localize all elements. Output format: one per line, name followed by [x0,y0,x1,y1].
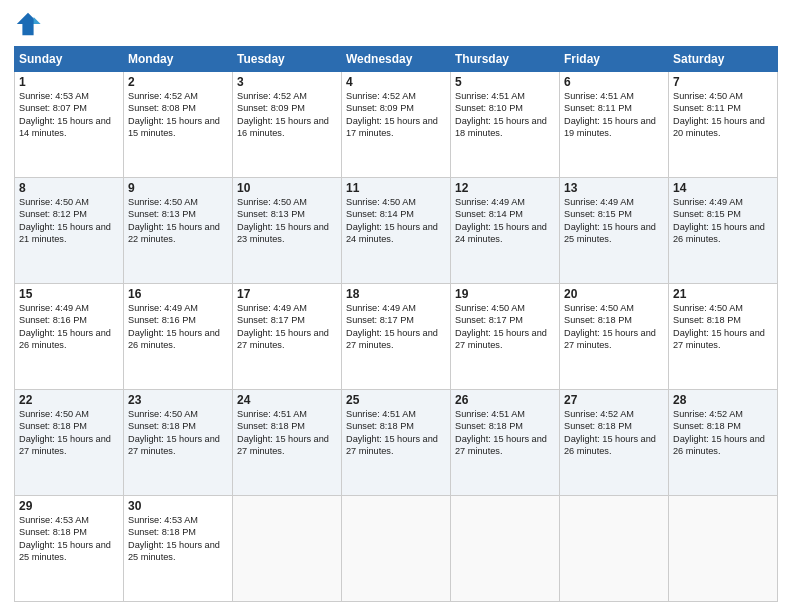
calendar-cell: 23Sunrise: 4:50 AMSunset: 8:18 PMDayligh… [124,390,233,496]
day-number: 13 [564,181,664,195]
day-number: 20 [564,287,664,301]
calendar-week-row: 29Sunrise: 4:53 AMSunset: 8:18 PMDayligh… [15,496,778,602]
calendar-cell: 6Sunrise: 4:51 AMSunset: 8:11 PMDaylight… [560,72,669,178]
calendar-cell: 7Sunrise: 4:50 AMSunset: 8:11 PMDaylight… [669,72,778,178]
calendar-cell [233,496,342,602]
cell-info: Sunrise: 4:53 AMSunset: 8:07 PMDaylight:… [19,91,111,138]
cell-info: Sunrise: 4:51 AMSunset: 8:18 PMDaylight:… [455,409,547,456]
calendar-cell: 24Sunrise: 4:51 AMSunset: 8:18 PMDayligh… [233,390,342,496]
calendar-cell: 30Sunrise: 4:53 AMSunset: 8:18 PMDayligh… [124,496,233,602]
calendar-cell: 20Sunrise: 4:50 AMSunset: 8:18 PMDayligh… [560,284,669,390]
cell-info: Sunrise: 4:49 AMSunset: 8:17 PMDaylight:… [237,303,329,350]
svg-marker-1 [34,17,41,24]
calendar-body: 1Sunrise: 4:53 AMSunset: 8:07 PMDaylight… [15,72,778,602]
calendar-cell [451,496,560,602]
cell-info: Sunrise: 4:49 AMSunset: 8:16 PMDaylight:… [128,303,220,350]
day-number: 23 [128,393,228,407]
calendar-cell: 5Sunrise: 4:51 AMSunset: 8:10 PMDaylight… [451,72,560,178]
cell-info: Sunrise: 4:50 AMSunset: 8:18 PMDaylight:… [128,409,220,456]
cell-info: Sunrise: 4:49 AMSunset: 8:15 PMDaylight:… [673,197,765,244]
day-number: 25 [346,393,446,407]
calendar-cell: 21Sunrise: 4:50 AMSunset: 8:18 PMDayligh… [669,284,778,390]
cell-info: Sunrise: 4:51 AMSunset: 8:10 PMDaylight:… [455,91,547,138]
calendar-cell: 4Sunrise: 4:52 AMSunset: 8:09 PMDaylight… [342,72,451,178]
day-number: 7 [673,75,773,89]
day-number: 12 [455,181,555,195]
day-number: 1 [19,75,119,89]
calendar-cell: 14Sunrise: 4:49 AMSunset: 8:15 PMDayligh… [669,178,778,284]
day-number: 29 [19,499,119,513]
day-number: 17 [237,287,337,301]
cell-info: Sunrise: 4:52 AMSunset: 8:18 PMDaylight:… [673,409,765,456]
calendar-week-row: 8Sunrise: 4:50 AMSunset: 8:12 PMDaylight… [15,178,778,284]
day-number: 8 [19,181,119,195]
calendar-cell: 1Sunrise: 4:53 AMSunset: 8:07 PMDaylight… [15,72,124,178]
day-number: 24 [237,393,337,407]
cell-info: Sunrise: 4:50 AMSunset: 8:13 PMDaylight:… [128,197,220,244]
calendar-cell: 15Sunrise: 4:49 AMSunset: 8:16 PMDayligh… [15,284,124,390]
cell-info: Sunrise: 4:53 AMSunset: 8:18 PMDaylight:… [19,515,111,562]
calendar-day-header: Saturday [669,47,778,72]
calendar-cell: 25Sunrise: 4:51 AMSunset: 8:18 PMDayligh… [342,390,451,496]
cell-info: Sunrise: 4:51 AMSunset: 8:18 PMDaylight:… [346,409,438,456]
day-number: 19 [455,287,555,301]
cell-info: Sunrise: 4:50 AMSunset: 8:14 PMDaylight:… [346,197,438,244]
calendar-cell: 8Sunrise: 4:50 AMSunset: 8:12 PMDaylight… [15,178,124,284]
cell-info: Sunrise: 4:50 AMSunset: 8:18 PMDaylight:… [19,409,111,456]
day-number: 14 [673,181,773,195]
cell-info: Sunrise: 4:51 AMSunset: 8:18 PMDaylight:… [237,409,329,456]
day-number: 30 [128,499,228,513]
calendar-table: SundayMondayTuesdayWednesdayThursdayFrid… [14,46,778,602]
day-number: 18 [346,287,446,301]
cell-info: Sunrise: 4:49 AMSunset: 8:17 PMDaylight:… [346,303,438,350]
cell-info: Sunrise: 4:50 AMSunset: 8:11 PMDaylight:… [673,91,765,138]
calendar-cell [342,496,451,602]
cell-info: Sunrise: 4:50 AMSunset: 8:18 PMDaylight:… [564,303,656,350]
cell-info: Sunrise: 4:51 AMSunset: 8:11 PMDaylight:… [564,91,656,138]
calendar-cell: 18Sunrise: 4:49 AMSunset: 8:17 PMDayligh… [342,284,451,390]
calendar-cell: 17Sunrise: 4:49 AMSunset: 8:17 PMDayligh… [233,284,342,390]
cell-info: Sunrise: 4:50 AMSunset: 8:18 PMDaylight:… [673,303,765,350]
calendar-cell [560,496,669,602]
cell-info: Sunrise: 4:50 AMSunset: 8:12 PMDaylight:… [19,197,111,244]
day-number: 10 [237,181,337,195]
day-number: 21 [673,287,773,301]
calendar-cell: 19Sunrise: 4:50 AMSunset: 8:17 PMDayligh… [451,284,560,390]
logo [14,10,46,38]
calendar-cell: 27Sunrise: 4:52 AMSunset: 8:18 PMDayligh… [560,390,669,496]
header [14,10,778,38]
calendar-header-row: SundayMondayTuesdayWednesdayThursdayFrid… [15,47,778,72]
cell-info: Sunrise: 4:49 AMSunset: 8:14 PMDaylight:… [455,197,547,244]
day-number: 9 [128,181,228,195]
day-number: 22 [19,393,119,407]
calendar-cell: 29Sunrise: 4:53 AMSunset: 8:18 PMDayligh… [15,496,124,602]
cell-info: Sunrise: 4:50 AMSunset: 8:17 PMDaylight:… [455,303,547,350]
day-number: 3 [237,75,337,89]
day-number: 16 [128,287,228,301]
calendar-cell: 11Sunrise: 4:50 AMSunset: 8:14 PMDayligh… [342,178,451,284]
cell-info: Sunrise: 4:52 AMSunset: 8:09 PMDaylight:… [237,91,329,138]
logo-icon [14,10,42,38]
cell-info: Sunrise: 4:50 AMSunset: 8:13 PMDaylight:… [237,197,329,244]
cell-info: Sunrise: 4:52 AMSunset: 8:18 PMDaylight:… [564,409,656,456]
calendar-cell [669,496,778,602]
day-number: 4 [346,75,446,89]
calendar-day-header: Tuesday [233,47,342,72]
cell-info: Sunrise: 4:49 AMSunset: 8:15 PMDaylight:… [564,197,656,244]
calendar-cell: 16Sunrise: 4:49 AMSunset: 8:16 PMDayligh… [124,284,233,390]
day-number: 26 [455,393,555,407]
calendar-day-header: Monday [124,47,233,72]
calendar-cell: 26Sunrise: 4:51 AMSunset: 8:18 PMDayligh… [451,390,560,496]
calendar-cell: 3Sunrise: 4:52 AMSunset: 8:09 PMDaylight… [233,72,342,178]
calendar-week-row: 22Sunrise: 4:50 AMSunset: 8:18 PMDayligh… [15,390,778,496]
day-number: 15 [19,287,119,301]
calendar-week-row: 15Sunrise: 4:49 AMSunset: 8:16 PMDayligh… [15,284,778,390]
calendar-day-header: Friday [560,47,669,72]
calendar-day-header: Thursday [451,47,560,72]
cell-info: Sunrise: 4:52 AMSunset: 8:09 PMDaylight:… [346,91,438,138]
day-number: 11 [346,181,446,195]
calendar-cell: 22Sunrise: 4:50 AMSunset: 8:18 PMDayligh… [15,390,124,496]
day-number: 6 [564,75,664,89]
calendar-cell: 10Sunrise: 4:50 AMSunset: 8:13 PMDayligh… [233,178,342,284]
page: SundayMondayTuesdayWednesdayThursdayFrid… [0,0,792,612]
